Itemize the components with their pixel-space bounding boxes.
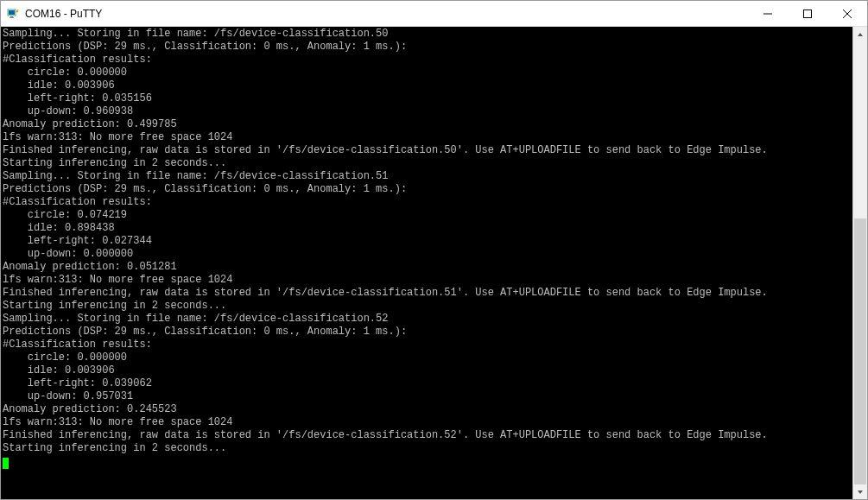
terminal-line: idle: 0.003906	[3, 364, 851, 377]
terminal-line: Starting inferencing in 2 seconds...	[3, 157, 851, 170]
svg-rect-2	[10, 16, 13, 17]
terminal-line: Sampling... Storing in file name: /fs/de…	[3, 28, 851, 41]
terminal-line: Sampling... Storing in file name: /fs/de…	[3, 170, 851, 183]
terminal-cursor	[3, 458, 9, 469]
terminal-line: Predictions (DSP: 29 ms., Classification…	[3, 41, 851, 54]
scroll-thumb[interactable]	[854, 218, 866, 484]
terminal-line: lfs warn:313: No more free space 1024	[3, 416, 851, 429]
window-title: COM16 - PuTTY	[25, 8, 748, 20]
terminal-line: left-right: 0.027344	[3, 235, 851, 248]
terminal-line: #Classification results:	[3, 196, 851, 209]
terminal-line: Finished inferencing, raw data is stored…	[3, 287, 851, 300]
terminal-line: idle: 0.003906	[3, 79, 851, 92]
terminal-line: Starting inferencing in 2 seconds...	[3, 442, 851, 455]
terminal[interactable]: Sampling... Storing in file name: /fs/de…	[1, 27, 852, 499]
terminal-line: Anomaly prediction: 0.245523	[3, 403, 851, 416]
terminal-line: Finished inferencing, raw data is stored…	[3, 144, 851, 157]
svg-rect-5	[804, 9, 812, 17]
close-button[interactable]	[827, 1, 867, 26]
terminal-line: left-right: 0.039062	[3, 377, 851, 390]
scroll-down-button[interactable]	[853, 484, 867, 499]
scrollbar[interactable]	[852, 27, 867, 499]
terminal-container: Sampling... Storing in file name: /fs/de…	[1, 27, 867, 499]
terminal-cursor-line	[3, 455, 851, 468]
terminal-line: circle: 0.000000	[3, 351, 851, 364]
terminal-line: #Classification results:	[3, 339, 851, 351]
terminal-line: left-right: 0.035156	[3, 92, 851, 105]
terminal-line: up-down: 0.000000	[3, 248, 851, 261]
terminal-line: Sampling... Storing in file name: /fs/de…	[3, 313, 851, 326]
terminal-line: Starting inferencing in 2 seconds...	[3, 300, 851, 313]
terminal-line: lfs warn:313: No more free space 1024	[3, 274, 851, 287]
terminal-line: up-down: 0.960938	[3, 105, 851, 118]
terminal-line: #Classification results:	[3, 54, 851, 66]
window-controls	[748, 1, 867, 26]
putty-icon	[6, 7, 20, 21]
titlebar[interactable]: COM16 - PuTTY	[1, 1, 867, 27]
terminal-line: lfs warn:313: No more free space 1024	[3, 131, 851, 144]
terminal-line: up-down: 0.957031	[3, 390, 851, 403]
terminal-line: Finished inferencing, raw data is stored…	[3, 429, 851, 442]
terminal-line: circle: 0.074219	[3, 209, 851, 222]
scroll-up-button[interactable]	[853, 27, 867, 41]
terminal-line: Anomaly prediction: 0.051281	[3, 261, 851, 274]
svg-rect-3	[10, 17, 14, 18]
scroll-track[interactable]	[853, 41, 867, 484]
terminal-line: Predictions (DSP: 29 ms., Classification…	[3, 183, 851, 196]
maximize-button[interactable]	[788, 1, 827, 26]
svg-rect-1	[9, 10, 15, 15]
terminal-line: circle: 0.000000	[3, 66, 851, 79]
terminal-line: Predictions (DSP: 29 ms., Classification…	[3, 326, 851, 339]
minimize-button[interactable]	[748, 1, 788, 26]
terminal-line: idle: 0.898438	[3, 222, 851, 235]
terminal-line: Anomaly prediction: 0.499785	[3, 118, 851, 131]
